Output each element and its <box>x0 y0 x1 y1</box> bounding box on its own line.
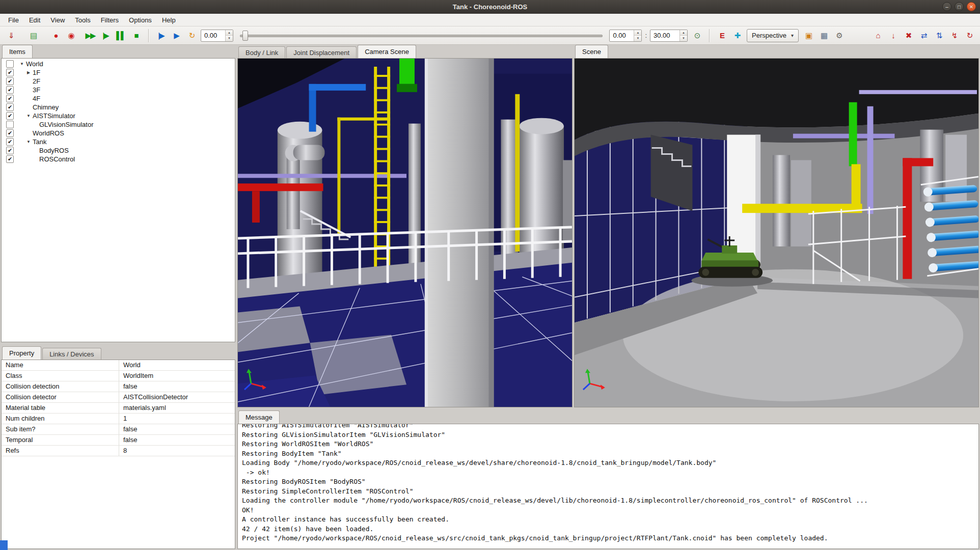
pause-simulation-icon[interactable]: ▌▌ <box>113 29 128 43</box>
view-fit-icon[interactable]: ✚ <box>729 29 745 43</box>
camera-scene-viewport[interactable] <box>238 59 572 407</box>
property-value[interactable]: World <box>119 360 235 370</box>
collision-grid-icon[interactable]: ▦ <box>816 29 831 43</box>
scene-viewport[interactable] <box>575 59 978 407</box>
expander-icon[interactable]: ▶ <box>25 70 32 75</box>
tree-item-worldros[interactable]: ✔WorldROS <box>2 129 235 138</box>
expander-icon[interactable]: ▼ <box>25 114 32 118</box>
menu-tools[interactable]: Tools <box>70 14 95 26</box>
property-row[interactable]: Temporalfalse <box>2 435 235 446</box>
menu-help[interactable]: Help <box>157 14 181 26</box>
spin-value[interactable]: 0.00 <box>610 30 634 41</box>
tab-items[interactable]: Items <box>2 45 33 58</box>
property-value[interactable]: materials.yaml <box>119 403 235 413</box>
tree-item-bodyros[interactable]: ✔BodyROS <box>2 146 235 155</box>
frame-rate-spinbox[interactable]: 30.00▲▼ <box>650 30 688 42</box>
tree-item-2f[interactable]: ✔2F <box>2 77 235 86</box>
time-slider[interactable] <box>240 29 603 42</box>
property-row[interactable]: Sub item?false <box>2 424 235 435</box>
slider-handle[interactable] <box>242 31 248 41</box>
tab-body-link[interactable]: Body / Link <box>238 46 285 58</box>
minimize-button[interactable]: – <box>942 2 951 11</box>
expander-icon[interactable]: ▼ <box>18 62 25 66</box>
spin-up-icon[interactable]: ▲ <box>634 30 641 36</box>
time-spinbox[interactable]: 0.00▲▼ <box>201 30 233 42</box>
spin-down-icon[interactable]: ▼ <box>226 36 233 41</box>
menu-view[interactable]: View <box>45 14 70 26</box>
property-row[interactable]: Material tablematerials.yaml <box>2 403 235 414</box>
playback-sync-icon[interactable]: |▶ <box>153 29 169 43</box>
menu-file[interactable]: File <box>3 14 24 26</box>
tab-message[interactable]: Message <box>238 410 280 424</box>
scene-settings-wrench-icon[interactable]: ⚙ <box>831 29 847 43</box>
edit-project-icon[interactable]: ▤ <box>25 29 41 43</box>
body-origin-icon[interactable]: ⌂ <box>870 29 885 43</box>
property-row[interactable]: Collision detectorAISTCollisionDetector <box>2 392 235 403</box>
spin-up-icon[interactable]: ▲ <box>680 30 687 36</box>
menu-options[interactable]: Options <box>124 14 157 26</box>
playback-start-icon[interactable]: ▶ <box>169 29 184 43</box>
property-row[interactable]: ClassWorldItem <box>2 371 235 381</box>
stop-simulation-icon[interactable]: ■ <box>128 29 144 43</box>
spin-down-icon[interactable]: ▼ <box>680 36 687 41</box>
menu-edit[interactable]: Edit <box>24 14 45 26</box>
tree-item-roscontrol[interactable]: ✔ROSControl <box>2 155 235 163</box>
projection-combo[interactable]: Perspective▾ <box>747 29 799 42</box>
tree-item-chimney[interactable]: ✔Chimney <box>2 103 235 112</box>
expander-icon[interactable]: ▼ <box>25 140 32 144</box>
tab-property[interactable]: Property <box>2 346 41 360</box>
collision-toggle-icon[interactable]: ↯ <box>946 29 962 43</box>
body-zoom-icon[interactable]: ↻ <box>962 29 977 43</box>
item-checkbox[interactable]: ✔ <box>6 86 14 94</box>
tree-item-aistsimulator[interactable]: ✔▼AISTSimulator <box>2 112 235 120</box>
tree-item-glvisionsimulator[interactable]: GLVisionSimulator <box>2 120 235 129</box>
body-standard-pose-icon[interactable]: ✖ <box>901 29 916 43</box>
tree-item-4f[interactable]: ✔4F <box>2 94 235 103</box>
close-button[interactable]: ✕ <box>967 2 976 11</box>
tree-item-1f[interactable]: ✔▶1F <box>2 68 235 77</box>
start-simulation-icon[interactable]: ▶▶ <box>83 29 98 43</box>
property-value[interactable]: WorldItem <box>119 371 235 381</box>
record-scene-icon[interactable]: ◉ <box>63 29 78 43</box>
item-checkbox[interactable]: ✔ <box>6 95 14 102</box>
symmetric-copy-icon[interactable]: ⇄ <box>916 29 931 43</box>
tab-links-devices[interactable]: Links / Devices <box>42 348 101 360</box>
camera-attitude-icon[interactable]: ⇅ <box>931 29 946 43</box>
property-table[interactable]: NameWorldClassWorldItemCollision detecti… <box>2 360 235 548</box>
tree-item-3f[interactable]: ✔3F <box>2 86 235 94</box>
spin-value[interactable]: 30.00 <box>650 30 679 41</box>
refresh-playback-icon[interactable]: ↻ <box>184 29 199 43</box>
body-initial-pose-icon[interactable]: ↓ <box>885 29 901 43</box>
scene-edit-mode-icon[interactable]: E <box>714 29 729 43</box>
resume-simulation-icon[interactable]: |▶ <box>98 29 113 43</box>
tab-scene[interactable]: Scene <box>575 45 608 58</box>
property-value[interactable]: false <box>119 381 235 392</box>
timebar-start-spinbox[interactable]: 0.00▲▼ <box>609 30 642 42</box>
corner-widget[interactable] <box>0 540 8 550</box>
tree-item-world[interactable]: ▼World <box>2 60 235 68</box>
tree-item-tank[interactable]: ✔▼Tank <box>2 138 235 146</box>
item-checkbox[interactable]: ✔ <box>6 155 14 163</box>
item-checkbox[interactable]: ✔ <box>6 69 14 76</box>
property-row[interactable]: Refs8 <box>2 446 235 456</box>
item-checkbox[interactable]: ✔ <box>6 77 14 85</box>
property-value[interactable]: false <box>119 435 235 445</box>
item-checkbox[interactable] <box>6 60 14 68</box>
spin-up-icon[interactable]: ▲ <box>226 30 233 36</box>
scene-capture-icon[interactable]: ▣ <box>801 29 816 43</box>
maximize-button[interactable]: □ <box>955 2 964 11</box>
item-checkbox[interactable]: ✔ <box>6 129 14 137</box>
message-console[interactable]: Restoring AISTSimulatorItem "AISTSimulat… <box>238 424 978 548</box>
property-row[interactable]: NameWorld <box>2 360 235 371</box>
item-checkbox[interactable]: ✔ <box>6 112 14 120</box>
tab-joint-displacement[interactable]: Joint Displacement <box>286 46 357 58</box>
tab-camera-scene[interactable]: Camera Scene <box>358 45 416 58</box>
property-value[interactable]: 1 <box>119 414 235 424</box>
item-tree[interactable]: ▼World✔▶1F✔2F✔3F✔4F✔Chimney✔▼AISTSimulat… <box>2 59 235 342</box>
property-value[interactable]: 8 <box>119 446 235 456</box>
property-row[interactable]: Num children1 <box>2 414 235 424</box>
item-checkbox[interactable] <box>6 121 14 128</box>
item-checkbox[interactable]: ✔ <box>6 147 14 154</box>
property-value[interactable]: false <box>119 424 235 434</box>
record-collision-icon[interactable]: ● <box>48 29 63 43</box>
